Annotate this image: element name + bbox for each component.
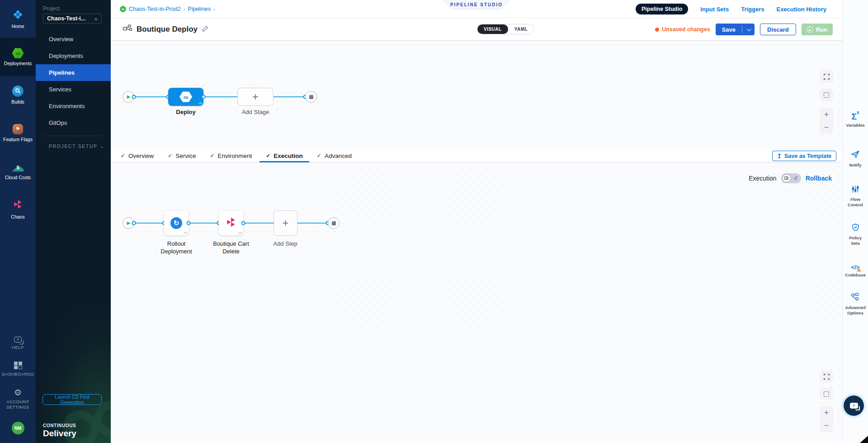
tab-environment[interactable]: ✓ Environment	[209, 149, 253, 162]
run-button[interactable]: ▶ Run	[802, 24, 833, 35]
visual-yaml-toggle[interactable]: VISUAL YAML	[477, 24, 534, 34]
toggle-yaml[interactable]: YAML	[508, 24, 534, 34]
zoom-out-button[interactable]: −	[824, 422, 829, 429]
zoom-out-button[interactable]: −	[824, 124, 829, 131]
user-avatar-item[interactable]: NM	[0, 415, 36, 441]
nav-help[interactable]: ? HELP	[0, 332, 36, 355]
harness-logo-icon: ∞	[120, 6, 126, 12]
studio-nav-tabs: Pipeline Studio Input Sets Triggers Exec…	[636, 0, 826, 18]
breadcrumb-pipelines-link[interactable]: Pipelines	[188, 6, 211, 12]
execution-end-node[interactable]	[328, 217, 340, 229]
nav-cloud-costs[interactable]: ☁$ Cloud Costs	[0, 152, 36, 190]
sidebar-item-overview[interactable]: Overview	[36, 31, 111, 48]
nav-deployments[interactable]: ∞ Deployments	[0, 38, 36, 76]
step-label: Rollout Deployment	[151, 240, 201, 256]
pipeline-end-node[interactable]	[305, 91, 317, 103]
plus-icon: +	[252, 92, 258, 102]
stop-icon	[309, 95, 313, 99]
tab-service[interactable]: ✓ Service	[167, 149, 197, 162]
project-setup-toggle[interactable]: PROJECT SETUP ⌄	[49, 143, 104, 149]
execution-view-icon[interactable]	[782, 174, 791, 182]
chat-icon: ?	[850, 403, 858, 409]
rollback-view-icon[interactable]: ↺	[791, 174, 800, 182]
sidebar-item-environments[interactable]: Environments	[36, 98, 111, 114]
play-icon: ▶	[127, 221, 131, 225]
stage-label: Deploy	[161, 109, 211, 116]
variables-button[interactable]: Σx Variables	[843, 112, 868, 128]
stage-code-badge: </>	[198, 102, 202, 105]
policy-sets-button[interactable]: Policy Sets	[843, 223, 868, 247]
module-rail: ❖ Home ∞ Deployments Builds ⚑ Feature Fl…	[0, 0, 36, 443]
rollout-deployment-icon: ↻	[170, 217, 182, 229]
canvas-fullscreen-button[interactable]	[820, 71, 833, 83]
stop-icon	[332, 221, 336, 225]
tab-advanced[interactable]: ✓ Advanced	[316, 149, 353, 162]
save-as-template-button[interactable]: ↥ Save as Template	[772, 151, 836, 161]
add-stage-button[interactable]: +	[237, 88, 274, 106]
edit-pencil-icon[interactable]	[202, 25, 209, 34]
flow-control-button[interactable]: Flow Control	[843, 185, 868, 208]
stage-node-deploy[interactable]: ∞ </>	[168, 88, 203, 106]
tab-overview[interactable]: ✓ Overview	[120, 149, 155, 162]
execution-rollback-toggle[interactable]: ↺	[781, 173, 801, 183]
project-menu: Overview Deployments Pipelines Services …	[36, 31, 111, 131]
launch-cd-first-gen-button[interactable]: Launch CD First Generation	[42, 394, 102, 405]
canvas-fit-button[interactable]	[820, 89, 833, 101]
nav-account-settings[interactable]: ⚙ ACCOUNTSETTINGS	[0, 383, 36, 415]
chaos-step-icon	[225, 216, 237, 230]
rollback-link[interactable]: Rollback	[806, 175, 832, 182]
canvas-fullscreen-button[interactable]	[820, 371, 833, 383]
sidebar-item-gitops[interactable]: GitOps	[36, 114, 111, 131]
step-node-rollout-deployment[interactable]: ↻ </>	[164, 211, 189, 235]
nav-chaos[interactable]: Chaos	[0, 190, 36, 228]
stage-graph-canvas[interactable]: ▶ ∞ </> Deploy + Add Stage + −	[111, 41, 842, 149]
step-code-badge: </>	[184, 231, 187, 234]
nav-feature-flags[interactable]: ⚑ Feature Flags	[0, 114, 36, 152]
tab-execution[interactable]: ✓ Execution	[265, 149, 304, 162]
execution-graph-canvas[interactable]: Execution ↺ Rollback ▶ ↻ </> Rollout Dep…	[111, 162, 842, 443]
chevron-down-icon: ⌄	[100, 143, 104, 149]
avatar[interactable]: NM	[12, 422, 24, 434]
check-icon: ✓	[266, 152, 270, 159]
expand-icon: »	[94, 15, 98, 22]
stage-config-tabs: ✓ Overview ✓ Service ✓ Environment ✓ Exe…	[111, 149, 842, 162]
add-step-button[interactable]: +	[274, 210, 297, 236]
nav-dashboards[interactable]: DASHBOARDS	[0, 355, 36, 383]
edge-dot	[132, 95, 136, 99]
fullscreen-icon	[823, 73, 830, 80]
save-dropdown-button[interactable]	[742, 28, 755, 31]
cd-stage-icon: ∞	[179, 91, 192, 103]
toggle-visual[interactable]: VISUAL	[477, 24, 508, 34]
sidebar-item-services[interactable]: Services	[36, 81, 111, 98]
sidebar-item-deployments[interactable]: Deployments	[36, 48, 111, 64]
step-code-badge: </>	[238, 231, 242, 234]
top-nav: ∞ Chaos-Test-in-Prod2 › Pipelines › PIPE…	[111, 0, 842, 18]
breadcrumb-separator: ›	[184, 6, 185, 12]
tab-execution-history[interactable]: Execution History	[776, 6, 826, 13]
canvas-fit-button[interactable]	[820, 388, 833, 400]
fit-selection-icon	[824, 391, 829, 397]
codebase-button[interactable]: </> Codebase	[843, 264, 868, 278]
tab-pipeline-studio[interactable]: Pipeline Studio	[636, 4, 688, 14]
nav-home[interactable]: ❖ Home	[0, 0, 36, 38]
save-button[interactable]: Save	[716, 26, 742, 33]
tab-input-sets[interactable]: Input Sets	[700, 6, 729, 13]
save-button-group[interactable]: Save	[716, 24, 755, 35]
advanced-options-button[interactable]: Advanced Options	[843, 292, 868, 316]
zoom-in-button[interactable]: +	[824, 409, 829, 416]
nav-builds[interactable]: Builds	[0, 76, 36, 114]
notify-button[interactable]: Notify	[843, 150, 868, 168]
module-name: Delivery	[43, 429, 76, 438]
step-node-boutique-cart-delete[interactable]: </>	[219, 211, 243, 235]
tab-triggers[interactable]: Triggers	[741, 6, 764, 13]
support-chat-button[interactable]: ?	[844, 395, 864, 416]
edge-dot	[187, 221, 191, 225]
project-sidebar: ∞ Project Chaos-Test-i... » Overview Dep…	[36, 0, 111, 443]
step-label: Boutique Cart Delete	[206, 240, 256, 256]
project-selector[interactable]: Chaos-Test-i... »	[43, 14, 102, 24]
breadcrumb-project-link[interactable]: Chaos-Test-in-Prod2	[129, 6, 181, 12]
discard-button[interactable]: Discard	[760, 24, 796, 35]
sidebar-item-pipelines[interactable]: Pipelines	[36, 64, 111, 81]
zoom-in-button[interactable]: +	[824, 110, 829, 118]
notify-icon	[851, 150, 860, 161]
